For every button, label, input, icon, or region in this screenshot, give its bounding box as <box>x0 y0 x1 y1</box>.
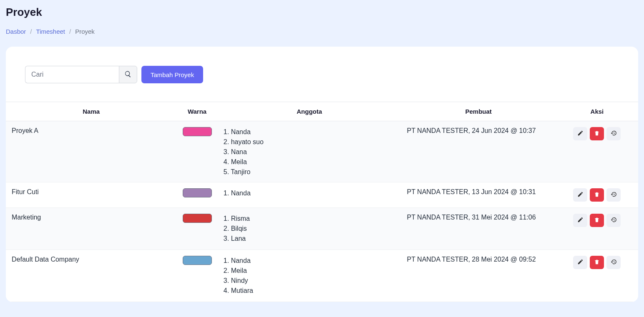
edit-button[interactable] <box>573 188 587 202</box>
th-warna: Warna <box>176 102 218 121</box>
cell-anggota: 1. Risma2. Bilqis3. Lana <box>218 208 401 250</box>
history-button[interactable] <box>606 188 621 202</box>
row-actions <box>573 188 621 202</box>
cell-pembuat: PT NANDA TESTER, 24 Jun 2024 @ 10:37 <box>401 121 556 182</box>
edit-icon <box>577 259 584 266</box>
anggota-item: 2. Meila <box>224 266 392 276</box>
anggota-list: 1. Nanda <box>224 188 395 198</box>
cell-aksi <box>556 250 638 302</box>
history-icon <box>611 259 617 266</box>
cell-warna <box>176 250 218 302</box>
projects-table: Nama Warna Anggota Pembuat Aksi Proyek A… <box>6 102 638 302</box>
anggota-item: 5. Tanjiro <box>224 167 392 176</box>
search-input[interactable] <box>25 66 119 83</box>
anggota-item: 3. Nana <box>224 147 392 157</box>
cell-anggota: 1. Nanda <box>218 182 401 208</box>
history-icon <box>611 191 617 199</box>
anggota-item: 1. Nanda <box>224 256 392 266</box>
cell-nama: Default Data Company <box>6 250 176 302</box>
toolbar: Tambah Proyek <box>6 47 638 102</box>
th-pembuat: Pembuat <box>401 102 556 121</box>
anggota-item: 4. Meila <box>224 157 392 167</box>
delete-button[interactable] <box>590 256 604 269</box>
anggota-item: 3. Lana <box>224 234 392 244</box>
search-group <box>25 66 137 83</box>
row-actions <box>573 214 621 227</box>
color-chip <box>183 256 212 265</box>
anggota-item: 3. Nindy <box>224 276 392 286</box>
anggota-item: 4. Mutiara <box>224 286 392 296</box>
color-chip <box>183 214 212 223</box>
cell-pembuat: PT NANDA TESTER, 28 Mei 2024 @ 09:52 <box>401 250 556 302</box>
anggota-item: 2. hayato suo <box>224 137 392 147</box>
cell-anggota: 1. Nanda2. Meila3. Nindy4. Mutiara <box>218 250 401 302</box>
delete-icon <box>594 217 600 224</box>
delete-icon <box>594 192 600 199</box>
cell-warna <box>176 182 218 208</box>
edit-button[interactable] <box>573 256 587 269</box>
edit-icon <box>577 130 584 137</box>
history-button[interactable] <box>606 256 621 269</box>
add-project-button[interactable]: Tambah Proyek <box>141 66 203 83</box>
anggota-item: 2. Bilqis <box>224 224 392 234</box>
th-anggota: Anggota <box>218 102 401 121</box>
anggota-item: 1. Nanda <box>224 127 392 137</box>
search-icon <box>124 70 132 79</box>
cell-warna <box>176 121 218 182</box>
table-row: Marketing1. Risma2. Bilqis3. LanaPT NAND… <box>6 208 638 250</box>
delete-button[interactable] <box>590 188 604 202</box>
delete-icon <box>594 130 600 137</box>
breadcrumb-current: Proyek <box>75 28 95 35</box>
page-title: Proyek <box>6 6 638 19</box>
delete-button[interactable] <box>590 214 604 227</box>
cell-nama: Marketing <box>6 208 176 250</box>
th-aksi: Aksi <box>556 102 638 121</box>
anggota-item: 1. Nanda <box>224 188 392 198</box>
breadcrumb-link[interactable]: Dasbor <box>6 28 26 35</box>
anggota-list: 1. Nanda2. Meila3. Nindy4. Mutiara <box>224 256 395 296</box>
cell-aksi <box>556 208 638 250</box>
cell-warna <box>176 208 218 250</box>
color-chip <box>183 127 212 136</box>
history-button[interactable] <box>606 127 621 140</box>
cell-anggota: 1. Nanda2. hayato suo3. Nana4. Meila5. T… <box>218 121 401 182</box>
cell-pembuat: PT NANDA TESTER, 13 Jun 2024 @ 10:31 <box>401 182 556 208</box>
edit-button[interactable] <box>573 214 587 227</box>
cell-aksi <box>556 121 638 182</box>
delete-button[interactable] <box>590 127 604 140</box>
th-nama: Nama <box>6 102 176 121</box>
breadcrumb-separator: / <box>69 28 71 35</box>
cell-nama: Proyek A <box>6 121 176 182</box>
content-card: Tambah Proyek Nama Warna Anggota Pembuat… <box>6 47 638 302</box>
search-button[interactable] <box>119 66 137 83</box>
edit-button[interactable] <box>573 127 587 140</box>
row-actions <box>573 256 621 269</box>
table-row: Proyek A1. Nanda2. hayato suo3. Nana4. M… <box>6 121 638 182</box>
breadcrumb: Dasbor/Timesheet/Proyek <box>6 28 638 35</box>
anggota-list: 1. Risma2. Bilqis3. Lana <box>224 214 395 244</box>
breadcrumb-separator: / <box>30 28 32 35</box>
anggota-item: 1. Risma <box>224 214 392 224</box>
row-actions <box>573 127 621 140</box>
delete-icon <box>594 259 600 266</box>
history-icon <box>611 217 617 224</box>
cell-nama: Fitur Cuti <box>6 182 176 208</box>
table-row: Fitur Cuti1. NandaPT NANDA TESTER, 13 Ju… <box>6 182 638 208</box>
table-row: Default Data Company1. Nanda2. Meila3. N… <box>6 250 638 302</box>
edit-icon <box>577 217 584 224</box>
anggota-list[interactable]: 1. Nanda2. hayato suo3. Nana4. Meila5. T… <box>224 127 395 176</box>
history-icon <box>611 130 617 137</box>
edit-icon <box>577 191 584 199</box>
color-chip <box>183 188 212 197</box>
breadcrumb-link[interactable]: Timesheet <box>36 28 65 35</box>
history-button[interactable] <box>606 214 621 227</box>
cell-aksi <box>556 182 638 208</box>
cell-pembuat: PT NANDA TESTER, 31 Mei 2024 @ 11:06 <box>401 208 556 250</box>
